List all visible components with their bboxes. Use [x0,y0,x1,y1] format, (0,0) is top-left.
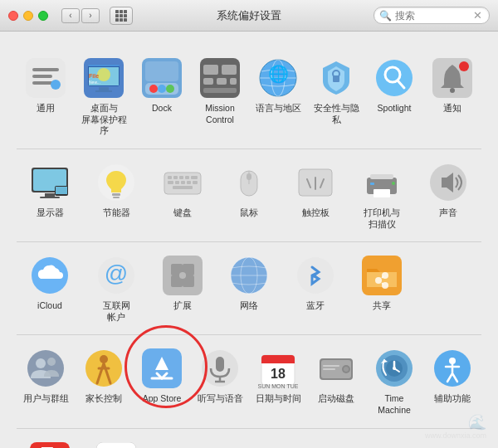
svg-point-17 [158,85,166,93]
sharing-label: 共享 [373,300,391,312]
dock-icon [140,56,183,100]
trackpad-label: 触控板 [302,207,330,219]
energy-icon [95,161,138,204]
app-store-icon [140,347,183,390]
svg-rect-47 [112,193,120,196]
pref-accessibility[interactable]: 辅助功能 [423,343,481,408]
minimize-button[interactable] [23,11,33,21]
pref-internet-accounts[interactable]: @ 互联网帐户 [83,251,149,326]
svg-rect-72 [370,183,374,185]
traffic-lights [8,11,48,21]
svg-rect-59 [187,181,191,184]
watermark-logo: 🌊 [425,413,486,431]
pref-mouse[interactable]: 鼠标 [216,158,282,222]
pref-users-groups[interactable]: 用户与群组 [17,343,75,408]
pref-parental-controls[interactable]: 家长控制 [75,343,133,408]
watermark-site: www.downxia.com [425,431,486,440]
pref-general[interactable]: 通用 [17,53,75,118]
svg-point-73 [392,182,395,185]
back-button[interactable]: ‹ [61,8,80,23]
general-label: 通用 [37,103,55,114]
svg-text:File: File [89,73,99,79]
svg-rect-64 [247,173,251,180]
svg-text:SUN MON TUE: SUN MON TUE [258,383,298,388]
maximize-button[interactable] [38,11,48,21]
pref-bluetooth[interactable]: 蓝牙 [282,251,349,315]
section-personal: 通用 File New... 桌面与屏幕保护程序 [17,45,481,149]
window-title: 系统偏好设置 [217,8,281,23]
parental-controls-icon [82,347,125,390]
pref-extensions[interactable]: 扩展 [149,251,216,315]
svg-rect-118 [323,368,335,370]
bluetooth-icon [294,254,337,297]
pref-notifications[interactable]: 通知 [423,53,481,118]
svg-rect-57 [175,181,179,184]
svg-rect-60 [193,181,198,184]
svg-point-99 [100,355,108,363]
svg-rect-19 [145,61,178,81]
pref-startup-disk[interactable]: 启动磁盘 [307,343,365,408]
pref-displays[interactable]: 显示器 [17,158,83,222]
date-time-icon: 18 SUN MON TUE [256,347,300,390]
desktop-icon: File New... [82,56,125,100]
energy-label: 节能器 [103,207,130,219]
search-input[interactable] [395,10,470,22]
svg-rect-10 [99,87,109,90]
grid-icon [115,10,127,22]
search-clear-icon[interactable]: ✕ [473,9,482,22]
pref-desktop-screensaver[interactable]: File New... 桌面与屏幕保护程序 [75,53,133,140]
svg-rect-117 [323,365,339,367]
pref-sound[interactable]: 声音 [415,158,481,222]
date-time-label: 日期与时间 [256,393,301,405]
forward-button[interactable]: › [81,8,100,23]
pref-printers[interactable]: 打印机与扫描仪 [349,158,415,233]
pref-spotlight[interactable]: Spotlight [365,53,423,118]
pref-keyboard[interactable]: 键盘 [149,158,216,222]
pref-icloud[interactable]: iCloud [17,251,83,315]
pref-date-time[interactable]: 18 SUN MON TUE 日期与时间 [249,343,307,408]
network-label: 网络 [240,300,258,312]
pref-security[interactable]: 安全性与隐私 [307,53,365,129]
titlebar: ‹ › 系统偏好设置 🔍 ✕ [0,0,498,32]
pref-trackpad[interactable]: 触控板 [282,158,349,222]
displays-label: 显示器 [37,207,64,219]
svg-rect-26 [203,88,237,93]
flash-player-icon [28,441,71,448]
svg-rect-7 [88,65,120,66]
pref-network[interactable]: 网络 [216,251,282,315]
language-label: 语言与地区 [256,103,301,114]
svg-text:18: 18 [271,367,286,381]
pref-sharing[interactable]: 共享 [349,251,415,315]
pref-time-machine[interactable]: Time Machine [365,343,423,419]
svg-rect-70 [370,174,393,179]
startup-disk-icon [315,347,358,390]
svg-point-116 [344,367,349,372]
pref-ntfs[interactable]: NTFS NTFS forMac OS X [83,437,149,448]
internet-accounts-label: 互联网帐户 [103,300,130,323]
svg-rect-53 [179,176,183,179]
pref-app-store[interactable]: App Store [133,343,191,408]
pref-mission-control[interactable]: MissionControl [191,53,249,129]
watermark: 🌊 www.downxia.com [425,413,486,440]
svg-rect-1 [32,68,59,71]
grid-view-button[interactable] [110,7,133,25]
displays-icon [28,161,71,204]
pref-dictation[interactable]: 听写与语音 [191,343,249,408]
svg-point-34 [376,60,413,96]
search-box[interactable]: 🔍 ✕ [374,7,490,24]
svg-point-4 [51,80,61,90]
svg-rect-54 [185,176,189,179]
mission-control-label: MissionControl [205,103,235,125]
pref-energy[interactable]: 节能器 [83,158,149,222]
close-button[interactable] [8,11,18,21]
users-groups-label: 用户与群组 [23,393,69,405]
mouse-icon [227,161,271,204]
svg-rect-83 [179,272,186,279]
svg-point-18 [166,85,174,93]
pref-dock[interactable]: Dock [133,53,191,118]
svg-point-90 [375,277,382,284]
svg-rect-51 [168,176,172,179]
pref-language[interactable]: 🌐 语言与地区 [249,53,307,118]
pref-flash-player[interactable]: Flash Player [17,437,83,448]
svg-rect-110 [261,360,295,363]
